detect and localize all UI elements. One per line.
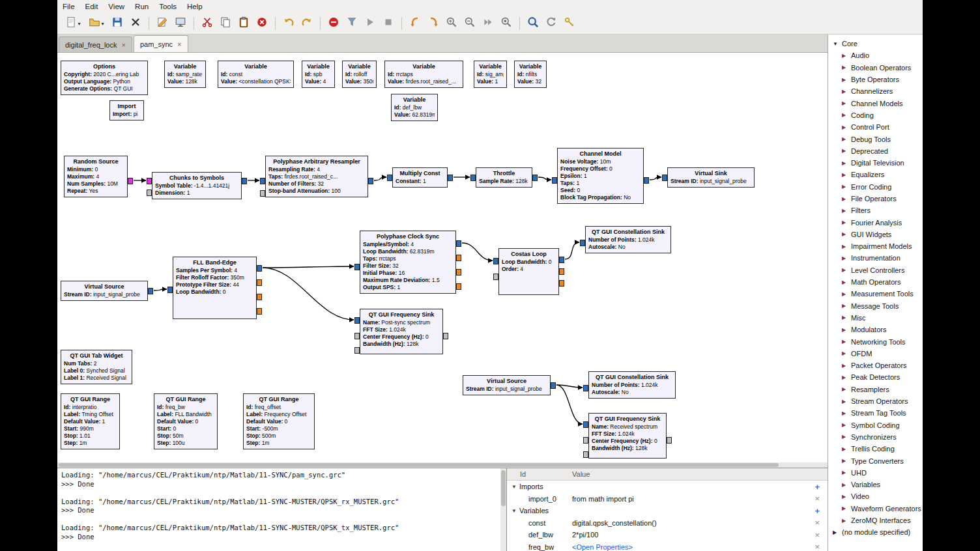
block-variable-rrctaps[interactable]: VariableId: rrctapsValue: firdes.root_ra… <box>384 61 463 88</box>
tree-item-resamplers[interactable]: ▶Resamplers <box>828 384 923 395</box>
zoom-out-button[interactable] <box>461 15 478 32</box>
menu-help[interactable]: Help <box>182 1 208 12</box>
zoom-in-button[interactable] <box>443 15 460 32</box>
menu-file[interactable]: File <box>57 1 80 12</box>
in-port-byte[interactable] <box>147 178 152 184</box>
copy-button[interactable] <box>217 15 234 32</box>
open-flowgraph-button[interactable]: ▾ <box>85 15 108 32</box>
expand-arrow-icon[interactable]: ▶ <box>842 184 848 190</box>
block-random-source[interactable]: Random SourceMinimum: 0Maximum: 4Num Sam… <box>64 156 128 197</box>
block-polyphase-clock-sync[interactable]: Polyphase Clock SyncSamples/Symbol: 4Loo… <box>360 231 456 294</box>
expand-arrow-icon[interactable]: ▶ <box>842 148 848 154</box>
block-variable-def-lbw[interactable]: VariableId: def_lbwValue: 62.8319m <box>391 94 438 121</box>
cut-button[interactable] <box>199 15 216 32</box>
expand-arrow-icon[interactable]: ▶ <box>842 434 848 440</box>
tree-item-uhd[interactable]: ▶UHD <box>828 467 923 479</box>
expand-arrow-icon[interactable]: ▶ <box>842 518 848 524</box>
tree-item-level-controllers[interactable]: ▶Level Controllers <box>828 264 923 276</box>
block-variable-sig-amp[interactable]: VariableId: sig_ampValue: 1 <box>474 61 507 88</box>
generate-button[interactable] <box>343 15 360 32</box>
out-port-float[interactable] <box>257 308 262 315</box>
expand-arrow-icon[interactable]: ▶ <box>842 255 848 261</box>
tree-item-misc[interactable]: ▶Misc <box>828 312 923 324</box>
expand-arrow-icon[interactable]: ▶ <box>842 100 848 106</box>
rotate-right-button[interactable] <box>425 15 442 32</box>
expand-arrow-icon[interactable]: ▶ <box>842 458 848 464</box>
connection[interactable] <box>565 242 579 259</box>
out-port-float[interactable] <box>456 269 461 276</box>
oot-config-button[interactable] <box>561 15 578 32</box>
var-section-imports[interactable]: ▼Imports+ <box>507 481 828 493</box>
var-row-const[interactable]: constdigital.qpsk_constellation()× <box>507 517 828 530</box>
expand-arrow-icon[interactable]: ▶ <box>842 410 848 416</box>
in-port-complex[interactable] <box>493 258 498 264</box>
expand-arrow-icon[interactable]: ▶ <box>842 124 848 130</box>
in-port-complex[interactable] <box>354 264 360 270</box>
tree-item-synchronizers[interactable]: ▶Synchronizers <box>828 431 923 443</box>
out-port-complex[interactable] <box>257 265 262 272</box>
reload-blocks-button[interactable] <box>543 15 560 32</box>
redo-button[interactable] <box>298 15 315 32</box>
connection[interactable] <box>650 177 661 180</box>
block-costas-loop[interactable]: Costas LoopLoop Bandwidth: 0Order: 4 <box>498 248 559 295</box>
close-tab-icon[interactable]: × <box>177 40 181 48</box>
expand-arrow-icon[interactable]: ▶ <box>842 363 848 369</box>
out-port-complex[interactable] <box>242 178 247 184</box>
expand-arrow-icon[interactable]: ▶ <box>842 219 848 225</box>
tree-item-math-operators[interactable]: ▶Math Operators <box>828 276 923 288</box>
in-port-complex[interactable] <box>354 317 360 324</box>
var-row-import-0[interactable]: import_0from math import pi× <box>507 493 828 505</box>
block-chunks-to-symbols[interactable]: Chunks to SymbolsSymbol Table: -1.4...1.… <box>152 172 242 199</box>
kill-button[interactable] <box>380 15 397 32</box>
tree-item-impairment-models[interactable]: ▶Impairment Models <box>828 240 923 252</box>
screen-capture-button[interactable] <box>172 15 189 32</box>
block-polyphase-arbitrary-resampler[interactable]: Polyphase Arbitrary ResamplerResampling … <box>265 156 368 197</box>
expand-arrow-icon[interactable]: ▶ <box>842 89 848 94</box>
errors-button[interactable] <box>325 15 342 32</box>
flowgraph-properties-button[interactable] <box>154 15 171 32</box>
expand-arrow-icon[interactable]: ▶ <box>842 53 848 59</box>
out-port-complex[interactable] <box>148 288 153 294</box>
in-port-complex[interactable] <box>583 385 588 391</box>
in-port-complex[interactable] <box>580 240 585 246</box>
scrollbar-thumb[interactable] <box>501 470 506 506</box>
connection[interactable] <box>374 177 386 180</box>
out-port-complex[interactable] <box>559 257 564 263</box>
collapse-arrow-icon[interactable]: ▼ <box>512 508 519 514</box>
tree-item-core[interactable]: ▼Core <box>828 38 923 49</box>
out-port-complex[interactable] <box>368 178 373 184</box>
expand-arrow-icon[interactable]: ▶ <box>842 470 848 475</box>
block-options[interactable]: OptionsCopyright: 2020 C...ering LabOutp… <box>61 61 148 95</box>
tree-item-message-tools[interactable]: ▶Message Tools <box>828 300 923 312</box>
remove-icon[interactable]: × <box>814 518 820 527</box>
connection[interactable] <box>263 268 354 320</box>
tree-item-coding[interactable]: ▶Coding <box>828 109 923 121</box>
out-port-byte[interactable] <box>128 178 133 184</box>
out-port-float[interactable] <box>257 279 262 286</box>
tree-item-stream-operators[interactable]: ▶Stream Operators <box>828 395 923 407</box>
in-port-complex[interactable] <box>662 175 667 181</box>
remove-icon[interactable]: × <box>814 494 820 503</box>
tree-item-no-module-specified[interactable]: ▶(no module specified) <box>828 526 923 538</box>
tree-item-trellis-coding[interactable]: ▶Trellis Coding <box>828 443 923 455</box>
new-flowgraph-button[interactable]: ▾ <box>62 15 84 32</box>
expand-arrow-icon[interactable]: ▶ <box>842 77 848 83</box>
in-port-complex[interactable] <box>470 175 476 181</box>
tree-item-measurement-tools[interactable]: ▶Measurement Tools <box>828 288 923 300</box>
tree-item-gui-widgets[interactable]: ▶GUI Widgets <box>828 229 923 240</box>
in-port-complex[interactable] <box>167 287 173 293</box>
tree-item-filters[interactable]: ▶Filters <box>828 205 923 216</box>
block-virtual-source-2[interactable]: Virtual SourceStream ID: input_signal_pr… <box>463 375 551 395</box>
tree-item-networking-tools[interactable]: ▶Networking Tools <box>828 335 923 347</box>
expand-arrow-icon[interactable]: ▶ <box>842 267 848 273</box>
expand-arrow-icon[interactable]: ▶ <box>842 231 848 237</box>
block-variable-nfilts[interactable]: VariableId: nfiltsValue: 32 <box>514 61 547 88</box>
tree-item-video[interactable]: ▶Video <box>828 490 923 502</box>
tree-item-type-converters[interactable]: ▶Type Converters <box>828 455 923 466</box>
tree-item-zeromq-interfaces[interactable]: ▶ZeroMQ Interfaces <box>828 515 923 526</box>
expand-arrow-icon[interactable]: ▶ <box>842 279 848 285</box>
block-qtgui-constellation-sink-2[interactable]: QT GUI Constellation SinkNumber of Point… <box>588 371 676 399</box>
in-port-complex[interactable] <box>260 178 265 184</box>
undo-button[interactable] <box>280 15 297 32</box>
tree-item-boolean-operators[interactable]: ▶Boolean Operators <box>828 62 923 74</box>
